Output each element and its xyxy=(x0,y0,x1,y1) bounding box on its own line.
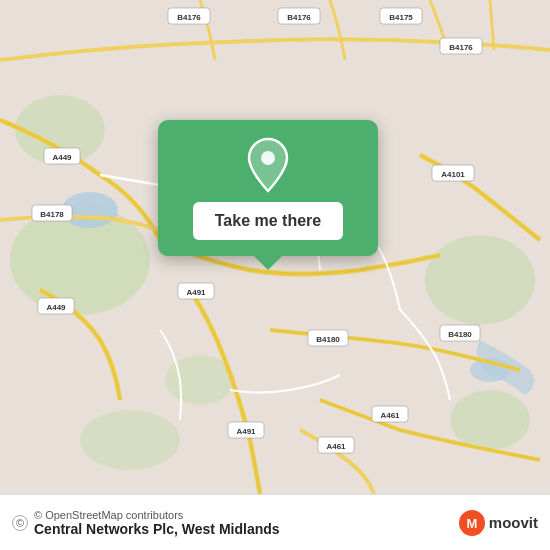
svg-text:A491: A491 xyxy=(236,427,256,436)
svg-point-3 xyxy=(425,235,535,325)
location-name: Central Networks Plc, West Midlands xyxy=(34,521,280,537)
svg-text:B4180: B4180 xyxy=(316,335,340,344)
svg-text:A4101: A4101 xyxy=(441,170,465,179)
svg-point-4 xyxy=(450,390,530,450)
svg-text:A491: A491 xyxy=(186,288,206,297)
svg-text:B4176: B4176 xyxy=(449,43,473,52)
moovit-logo: M moovit xyxy=(458,509,538,537)
osm-attribution: © OpenStreetMap contributors Central Net… xyxy=(34,509,280,537)
map-area: B4176 B4176 B4175 B4176 A449 B4178 A4101… xyxy=(0,0,550,494)
svg-text:B4176: B4176 xyxy=(177,13,201,22)
copyright-icon: © xyxy=(12,515,28,531)
moovit-text: moovit xyxy=(489,514,538,531)
svg-text:M: M xyxy=(466,516,477,531)
svg-text:B4176: B4176 xyxy=(287,13,311,22)
svg-point-38 xyxy=(261,151,275,165)
svg-text:B4178: B4178 xyxy=(40,210,64,219)
location-popup[interactable]: Take me there xyxy=(158,120,378,256)
svg-text:A461: A461 xyxy=(380,411,400,420)
moovit-logo-icon: M xyxy=(458,509,486,537)
svg-text:A449: A449 xyxy=(52,153,72,162)
take-me-there-button[interactable]: Take me there xyxy=(193,202,343,240)
osm-text: © OpenStreetMap contributors xyxy=(34,509,280,521)
svg-text:A461: A461 xyxy=(326,442,346,451)
bottom-bar: © © OpenStreetMap contributors Central N… xyxy=(0,494,550,550)
svg-text:A449: A449 xyxy=(46,303,66,312)
svg-text:B4180: B4180 xyxy=(448,330,472,339)
svg-point-6 xyxy=(80,410,180,470)
bottom-left-info: © © OpenStreetMap contributors Central N… xyxy=(12,509,280,537)
location-pin-icon xyxy=(241,138,295,192)
svg-text:B4175: B4175 xyxy=(389,13,413,22)
